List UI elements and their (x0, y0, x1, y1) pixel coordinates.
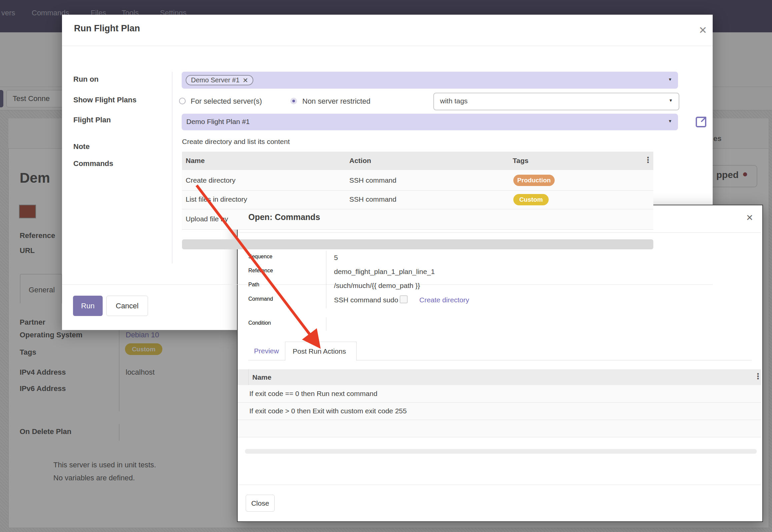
table-row[interactable]: Create directory SSH command Production (182, 170, 653, 190)
reference-field-label: Reference (248, 268, 273, 274)
post-run-horizontal-scrollbar[interactable] (245, 449, 757, 454)
open-commands-modal (237, 205, 763, 522)
radio-non-server-restricted-label: Non server restricted (302, 97, 370, 106)
command-value: SSH command sudo (334, 296, 398, 304)
run-on-tag-pill[interactable]: Demo Server #1 ✕ (186, 75, 253, 85)
row1-name: Create directory (186, 176, 235, 184)
row2-action: SSH command (349, 195, 396, 203)
remove-tag-icon[interactable]: ✕ (243, 76, 248, 84)
create-directory-link[interactable]: Create directory (419, 296, 469, 304)
col-tags[interactable]: Tags (513, 157, 528, 165)
row2-name: List files in directory (186, 195, 247, 203)
reference-value: demo_flight_plan_1_plan_line_1 (334, 268, 435, 276)
modal1-header-divider (62, 46, 713, 46)
post-run-table-header: Name ⋮ (238, 369, 761, 385)
path-value: /such/much/{{ demo_path }} (334, 282, 420, 290)
modal2-footer-divider (238, 485, 761, 485)
command-label: Command (248, 296, 273, 302)
modal2-condition-separator (326, 317, 326, 331)
close-icon[interactable]: ✕ (699, 25, 707, 35)
with-tags-select[interactable]: with tags ▾ (433, 93, 679, 110)
row1-action: SSH command (349, 176, 396, 184)
modal2-header-divider (238, 232, 761, 233)
create-directory-checkbox[interactable] (400, 295, 408, 303)
close-button[interactable]: Close (246, 495, 275, 512)
path-label: Path (248, 282, 259, 288)
cancel-button[interactable]: Cancel (106, 296, 148, 316)
sequence-label: Sequence (248, 254, 272, 260)
custom-badge: Custom (513, 194, 549, 205)
row-divider (238, 437, 761, 437)
radio-for-selected-servers-label: For selected server(s) (191, 97, 262, 106)
close-icon[interactable]: ✕ (746, 213, 753, 222)
table-row[interactable]: List files in directory SSH command Cust… (182, 191, 653, 209)
radio-for-selected-servers[interactable] (179, 98, 186, 104)
show-flight-plans-label: Show Flight Plans (73, 96, 136, 104)
post-run-row[interactable]: If exit code == 0 then Run next command (238, 385, 761, 402)
tab-preview[interactable]: Preview (254, 347, 279, 355)
post-run-row1-text: If exit code == 0 then Run next command (249, 390, 377, 398)
modal2-label-separator (326, 251, 326, 308)
post-run-empty-row (238, 420, 761, 437)
table-options-kebab-icon[interactable]: ⋮ (644, 158, 652, 162)
table-horizontal-scrollbar[interactable] (182, 239, 653, 249)
commands-label: Commands (73, 159, 113, 168)
sequence-value: 5 (334, 254, 338, 262)
col-action[interactable]: Action (349, 157, 371, 165)
row-divider (182, 229, 653, 230)
flight-plan-description: Create directory and list its content (182, 138, 290, 146)
run-on-input[interactable]: Demo Server #1 ✕ ▾ (182, 72, 678, 89)
open-commands-title: Open: Commands (248, 212, 320, 222)
run-on-tag-label: Demo Server #1 (191, 76, 240, 84)
tab-post-run-actions-label: Post Run Actions (293, 347, 346, 355)
post-run-row[interactable]: If exit code > 0 then Exit with custom e… (238, 403, 761, 420)
production-badge: Production (513, 175, 555, 186)
post-run-row2-text: If exit code > 0 then Exit with custom e… (249, 407, 407, 415)
condition-label: Condition (248, 320, 271, 326)
run-button[interactable]: Run (73, 296, 103, 316)
tab-post-run-actions[interactable]: Post Run Actions (285, 342, 357, 361)
run-on-caret-icon[interactable]: ▾ (669, 76, 671, 82)
flight-plan-label: Flight Plan (73, 116, 111, 124)
with-tags-value: with tags (440, 97, 468, 105)
custom-badge-label: Custom (519, 196, 543, 203)
production-badge-label: Production (517, 177, 551, 184)
note-label: Note (73, 142, 90, 151)
commands-table-header: Name Action Tags ⋮ (182, 152, 653, 170)
screen: vers Commands Files Tools Settings Test … (0, 0, 772, 532)
radio-selected-dot (292, 100, 295, 102)
flight-plan-value: Demo Flight Plan #1 (186, 118, 250, 126)
cancel-button-label: Cancel (116, 302, 138, 310)
run-on-label: Run on (73, 75, 99, 84)
row3-name-fragment: Upload file by (186, 215, 228, 223)
run-flight-plan-title: Run Flight Plan (74, 23, 140, 34)
col-name[interactable]: Name (186, 157, 205, 165)
post-run-table-kebab-icon[interactable]: ⋮ (754, 374, 762, 379)
selector-col-divider (248, 369, 249, 385)
radio-non-server-restricted[interactable] (290, 98, 297, 104)
run-button-label: Run (81, 302, 94, 310)
flight-plan-caret-icon[interactable]: ▾ (669, 118, 671, 124)
external-link-icon[interactable] (694, 115, 708, 129)
close-button-label: Close (251, 499, 269, 507)
modal1-label-separator (172, 72, 172, 263)
with-tags-caret-icon[interactable]: ▾ (669, 97, 672, 103)
flight-plan-select[interactable]: Demo Flight Plan #1 ▾ (182, 114, 678, 130)
post-run-col-name[interactable]: Name (252, 373, 271, 381)
